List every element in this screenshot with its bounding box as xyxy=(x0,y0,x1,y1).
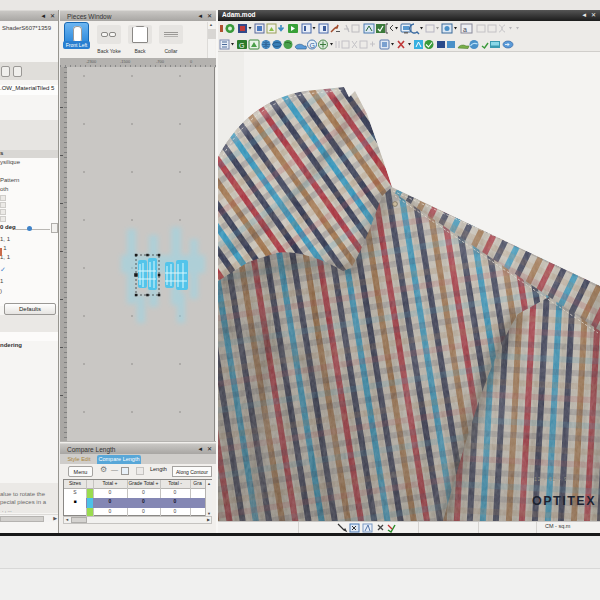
svg-text:G: G xyxy=(239,42,244,49)
svg-text:12 - 62 - 9: 12 - 62 - 9 xyxy=(534,476,568,482)
svg-text:OPTITEX: OPTITEX xyxy=(532,494,596,508)
svg-text:G: G xyxy=(310,42,315,49)
svg-text:a: a xyxy=(463,26,467,33)
